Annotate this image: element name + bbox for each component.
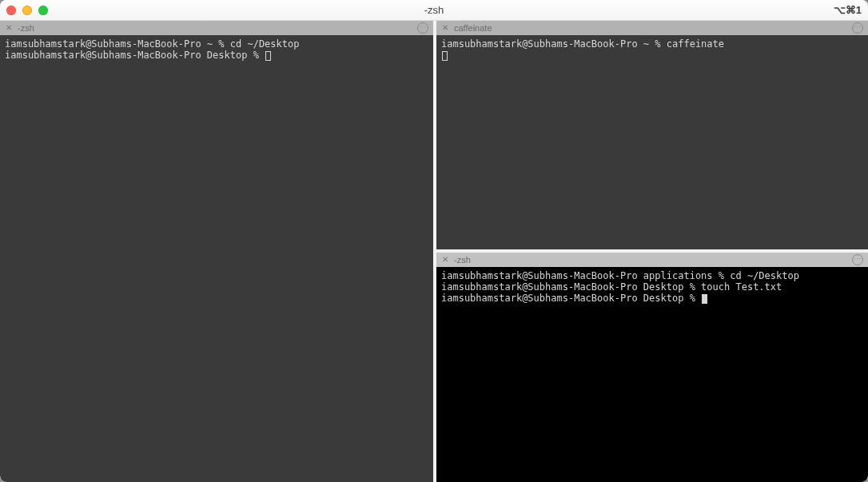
pane-menu-icon[interactable] bbox=[417, 22, 428, 34]
pane-left: ✕ -zsh iamsubhamstark@Subhams-MacBook-Pr… bbox=[0, 21, 433, 482]
close-tab-icon[interactable]: ✕ bbox=[5, 24, 13, 32]
cursor-icon bbox=[442, 51, 448, 61]
terminal-window: -zsh ⌥⌘1 ✕ -zsh iamsubhamstark@Subhams-M… bbox=[0, 0, 868, 482]
window-titlebar: -zsh ⌥⌘1 bbox=[0, 0, 868, 21]
pane-menu-icon[interactable] bbox=[852, 22, 863, 34]
terminal-right-top[interactable]: iamsubhamstark@Subhams-MacBook-Pro ~ % c… bbox=[436, 35, 868, 249]
minimize-window-button[interactable] bbox=[22, 6, 32, 15]
pane-right-top: ✕ caffeinate iamsubhamstark@Subhams-MacB… bbox=[436, 21, 868, 249]
cursor-icon bbox=[265, 51, 271, 61]
right-column: ✕ caffeinate iamsubhamstark@Subhams-MacB… bbox=[436, 21, 868, 482]
terminal-left[interactable]: iamsubhamstark@Subhams-MacBook-Pro ~ % c… bbox=[0, 35, 433, 482]
left-column: ✕ -zsh iamsubhamstark@Subhams-MacBook-Pr… bbox=[0, 21, 433, 482]
traffic-lights bbox=[6, 6, 48, 15]
zoom-window-button[interactable] bbox=[38, 6, 48, 15]
tab-title: -zsh bbox=[18, 23, 34, 33]
close-tab-icon[interactable]: ✕ bbox=[441, 24, 449, 32]
terminal-line: iamsubhamstark@Subhams-MacBook-Pro Deskt… bbox=[441, 293, 701, 304]
window-shortcut-hint: ⌥⌘1 bbox=[834, 4, 862, 16]
tab-title: caffeinate bbox=[454, 23, 492, 33]
terminal-line: iamsubhamstark@Subhams-MacBook-Pro Deskt… bbox=[441, 281, 782, 293]
pane-menu-icon[interactable] bbox=[852, 254, 863, 265]
terminal-right-bottom[interactable]: iamsubhamstark@Subhams-MacBook-Pro appli… bbox=[436, 267, 868, 482]
close-tab-icon[interactable]: ✕ bbox=[441, 256, 449, 264]
terminal-line: iamsubhamstark@Subhams-MacBook-Pro Deskt… bbox=[5, 50, 265, 61]
pane-right-bottom-tabbar[interactable]: ✕ -zsh bbox=[436, 253, 868, 267]
cursor-icon bbox=[702, 294, 707, 304]
window-body: ✕ -zsh iamsubhamstark@Subhams-MacBook-Pr… bbox=[0, 21, 868, 482]
tab-title: -zsh bbox=[454, 255, 471, 265]
terminal-line: iamsubhamstark@Subhams-MacBook-Pro ~ % c… bbox=[441, 38, 724, 50]
pane-left-tabbar[interactable]: ✕ -zsh bbox=[0, 21, 433, 35]
pane-right-top-tabbar[interactable]: ✕ caffeinate bbox=[436, 21, 868, 35]
pane-right-bottom: ✕ -zsh iamsubhamstark@Subhams-MacBook-Pr… bbox=[436, 253, 868, 482]
terminal-line: iamsubhamstark@Subhams-MacBook-Pro appli… bbox=[441, 270, 799, 281]
terminal-line: iamsubhamstark@Subhams-MacBook-Pro ~ % c… bbox=[5, 38, 299, 50]
window-title: -zsh bbox=[0, 4, 868, 16]
close-window-button[interactable] bbox=[6, 6, 16, 15]
